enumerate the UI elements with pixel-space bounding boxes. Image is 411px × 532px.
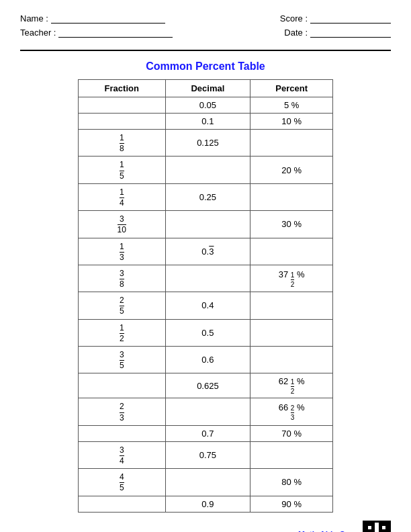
cell-decimal: 0.5 bbox=[165, 319, 250, 346]
fraction-display: 1 4 bbox=[120, 188, 124, 208]
header-divider bbox=[20, 50, 391, 51]
cell-percent bbox=[250, 292, 333, 319]
cell-percent bbox=[250, 441, 333, 468]
cell-decimal: 0.7 bbox=[165, 425, 250, 441]
cell-decimal: 0.05 bbox=[165, 97, 250, 114]
date-label: Date : bbox=[284, 28, 308, 38]
fraction-display: 3 10 bbox=[118, 215, 126, 234]
table-header-row: Fraction Decimal Percent bbox=[79, 80, 333, 97]
name-label: Name : bbox=[20, 13, 48, 24]
table-row: 0.110 % bbox=[79, 114, 333, 130]
cell-decimal: 0.4 bbox=[165, 292, 250, 319]
cell-percent bbox=[250, 130, 333, 157]
cell-fraction: 2 3 bbox=[79, 398, 166, 425]
cell-percent bbox=[250, 319, 333, 346]
table-row: 3 8 37 12 % bbox=[79, 265, 333, 292]
date-field: Date : bbox=[284, 28, 391, 38]
cell-percent: 80 % bbox=[250, 469, 333, 496]
fraction-display: 2 5 bbox=[120, 296, 124, 316]
footer: Math-Aids.Com bbox=[20, 521, 391, 533]
table-container: Fraction Decimal Percent 0.055 %0.110 % … bbox=[20, 79, 391, 513]
cell-fraction: 3 8 bbox=[79, 265, 166, 292]
table-row: 1 5 20 % bbox=[79, 157, 333, 183]
cell-fraction bbox=[79, 114, 166, 130]
cell-decimal: 0.75 bbox=[165, 441, 250, 468]
teacher-line bbox=[58, 28, 173, 38]
table-row: 3 5 0.6 bbox=[79, 347, 333, 373]
brand-text: Math-Aids.Com bbox=[298, 530, 357, 533]
cell-percent bbox=[250, 238, 333, 265]
cell-percent: 37 12 % bbox=[250, 265, 333, 292]
cell-fraction: 1 4 bbox=[79, 183, 166, 210]
table-row: 3 10 30 % bbox=[79, 211, 333, 238]
cell-decimal: 0.625 bbox=[165, 373, 250, 398]
cell-percent: 70 % bbox=[250, 425, 333, 441]
table-row: 0.055 % bbox=[79, 97, 333, 114]
cell-fraction bbox=[79, 97, 166, 114]
cell-percent: 30 % bbox=[250, 211, 333, 238]
cell-decimal bbox=[165, 265, 250, 292]
col-percent: Percent bbox=[250, 80, 333, 97]
col-fraction: Fraction bbox=[79, 80, 166, 97]
cell-fraction bbox=[79, 373, 166, 398]
cell-decimal: 0.25 bbox=[165, 183, 250, 210]
table-row: 3 4 0.75 bbox=[79, 441, 333, 468]
cell-decimal: 0.125 bbox=[165, 130, 250, 157]
fraction-display: 1 5 bbox=[120, 161, 124, 180]
fraction-display: 4 5 bbox=[120, 473, 124, 492]
fraction-display: 3 4 bbox=[120, 446, 124, 466]
cell-percent: 66 23 % bbox=[250, 398, 333, 425]
cell-fraction: 3 10 bbox=[79, 211, 166, 238]
cell-fraction: 3 4 bbox=[79, 441, 166, 468]
cell-fraction: 2 5 bbox=[79, 292, 166, 319]
name-line bbox=[51, 14, 165, 24]
score-field: Score : bbox=[280, 13, 391, 24]
cell-decimal bbox=[165, 398, 250, 425]
table-row: 0.990 % bbox=[79, 496, 333, 512]
cell-fraction: 1 8 bbox=[79, 130, 166, 157]
cell-fraction bbox=[79, 425, 166, 441]
table-row: 1 4 0.25 bbox=[79, 183, 333, 210]
header-row-1: Name : Score : bbox=[20, 13, 391, 24]
table-row: 1 2 0.5 bbox=[79, 319, 333, 346]
table-row: 0.770 % bbox=[79, 425, 333, 441]
cell-decimal: 0.3 bbox=[165, 238, 250, 265]
cell-percent: 10 % bbox=[250, 114, 333, 130]
table-row: 2 5 0.4 bbox=[79, 292, 333, 319]
cell-fraction: 1 5 bbox=[79, 157, 166, 183]
header-section: Name : Score : Teacher : Date : bbox=[20, 13, 391, 38]
cell-decimal: 0.9 bbox=[165, 496, 250, 512]
date-line bbox=[310, 28, 391, 38]
cell-percent: 5 % bbox=[250, 97, 333, 114]
score-label: Score : bbox=[280, 13, 308, 24]
cell-fraction: 3 5 bbox=[79, 347, 166, 373]
fraction-display: 3 8 bbox=[120, 269, 124, 289]
page-title: Common Percent Table bbox=[20, 60, 391, 73]
cell-percent: 20 % bbox=[250, 157, 333, 183]
teacher-field: Teacher : bbox=[20, 28, 173, 38]
fraction-display: 1 3 bbox=[120, 242, 124, 262]
table-row: 1 3 0.3 bbox=[79, 238, 333, 265]
col-decimal: Decimal bbox=[165, 80, 250, 97]
header-row-2: Teacher : Date : bbox=[20, 28, 391, 38]
table-row: 2 3 66 23 % bbox=[79, 398, 333, 425]
cell-percent bbox=[250, 347, 333, 373]
table-row: 1 8 0.125 bbox=[79, 130, 333, 157]
cell-fraction: 1 2 bbox=[79, 319, 166, 346]
fraction-display: 3 5 bbox=[120, 351, 124, 370]
name-field: Name : bbox=[20, 13, 165, 24]
cell-decimal: 0.6 bbox=[165, 347, 250, 373]
cell-percent: 62 12 % bbox=[250, 373, 333, 398]
percent-table: Fraction Decimal Percent 0.055 %0.110 % … bbox=[78, 79, 333, 513]
teacher-label: Teacher : bbox=[20, 28, 56, 38]
cell-decimal bbox=[165, 211, 250, 238]
score-line bbox=[310, 14, 391, 24]
fraction-display: 2 3 bbox=[120, 402, 124, 422]
cell-decimal bbox=[165, 469, 250, 496]
cell-fraction bbox=[79, 496, 166, 512]
cell-decimal: 0.1 bbox=[165, 114, 250, 130]
cell-fraction: 1 3 bbox=[79, 238, 166, 265]
table-row: 0.62562 12 % bbox=[79, 373, 333, 398]
cell-percent: 90 % bbox=[250, 496, 333, 512]
table-row: 4 5 80 % bbox=[79, 469, 333, 496]
